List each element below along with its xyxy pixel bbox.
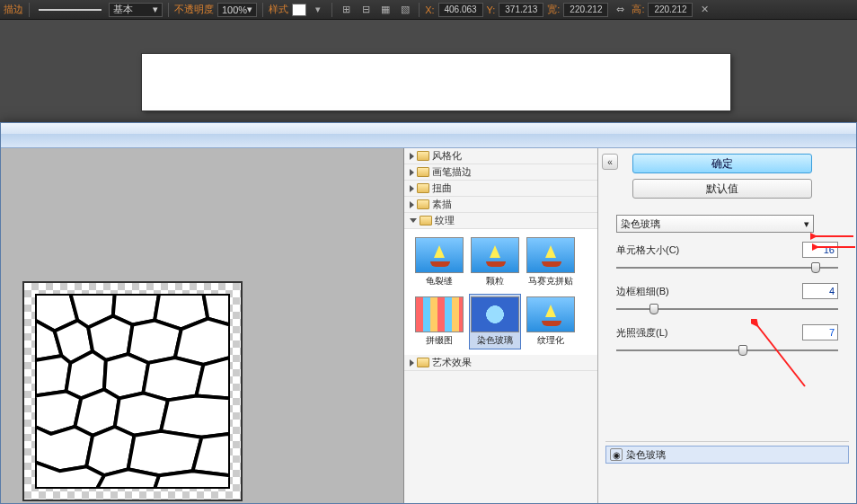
dialog-titlebar[interactable] <box>1 123 856 148</box>
thumb-patchwork[interactable]: 拼缀图 <box>413 294 465 349</box>
visibility-eye-icon[interactable]: ◉ <box>610 448 623 461</box>
options-bar: 描边 基本▾ 不透明度 100%▾ 样式 ▾ ⊞ ⊟ ▦ ▧ X: 406.06… <box>0 0 857 20</box>
border-label: 边框粗细(B) <box>616 285 697 298</box>
settings-pane: « 确定 默认值 染色玻璃 ▾ 单元格大小(C) 边框粗细(B) <box>598 148 856 503</box>
stroke-preset[interactable]: 基本▾ <box>109 3 163 17</box>
x-label: X: <box>425 4 434 15</box>
x-value[interactable]: 406.063 <box>438 3 483 17</box>
w-label: 宽: <box>547 3 560 16</box>
thumb-stained-glass[interactable]: 染色玻璃 <box>469 294 521 349</box>
cat-brush[interactable]: 画笔描边 <box>404 164 597 181</box>
param-border: 边框粗细(B) <box>616 283 838 299</box>
effect-layer-stack: ◉ 染色玻璃 <box>605 441 849 500</box>
collapse-categories-icon[interactable]: « <box>602 154 618 170</box>
artboard[interactable] <box>142 54 730 111</box>
h-value[interactable]: 220.212 <box>648 3 693 17</box>
param-cell-size: 单元格大小(C) <box>616 242 838 258</box>
thumb-grain[interactable]: 颗粒 <box>469 234 521 290</box>
stroke-preview[interactable] <box>39 9 102 11</box>
link-wh-icon[interactable]: ⇔ <box>612 2 628 18</box>
y-value[interactable]: 371.213 <box>499 3 543 17</box>
align-icon-1[interactable]: ⊞ <box>338 2 354 18</box>
align-icon-2[interactable]: ⊟ <box>358 2 374 18</box>
opacity-label: 不透明度 <box>174 3 214 16</box>
cell-size-slider[interactable] <box>616 261 838 274</box>
svg-line-2 <box>756 324 805 386</box>
preview-image[interactable] <box>22 281 243 501</box>
cat-sketch[interactable]: 素描 <box>404 197 597 213</box>
transform-icon[interactable]: ✕ <box>696 2 712 18</box>
border-slider[interactable] <box>616 303 838 315</box>
chevron-down-icon: ▾ <box>804 218 809 230</box>
texture-thumbs: 龟裂缝 颗粒 马赛克拼贴 拼缀图 染色玻璃 纹理化 <box>404 229 597 355</box>
stroke-label: 描边 <box>4 3 23 16</box>
h-label: 高: <box>632 3 644 16</box>
border-input[interactable] <box>802 283 838 299</box>
thumb-texturizer[interactable]: 纹理化 <box>525 294 577 349</box>
style-dropdown-icon[interactable]: ▾ <box>310 2 326 18</box>
thumb-mosaic[interactable]: 马赛克拼贴 <box>525 234 577 290</box>
cat-distort[interactable]: 扭曲 <box>404 181 597 197</box>
filter-gallery-dialog: 风格化 画笔描边 扭曲 素描 纹理 龟裂缝 颗粒 马赛克拼贴 拼缀图 染色玻璃 … <box>0 122 857 504</box>
cell-size-label: 单元格大小(C) <box>616 243 697 257</box>
w-value[interactable]: 220.212 <box>563 3 608 17</box>
filter-select-label: 染色玻璃 <box>621 217 660 231</box>
cat-texture[interactable]: 纹理 <box>404 213 597 229</box>
effect-layer-row[interactable]: ◉ 染色玻璃 <box>605 446 849 464</box>
cat-stylize[interactable]: 风格化 <box>404 148 597 164</box>
annotation-arrow-2 <box>812 242 857 258</box>
style-label: 样式 <box>269 3 288 16</box>
cat-artistic[interactable]: 艺术效果 <box>404 355 597 371</box>
align-icon-3[interactable]: ▦ <box>377 2 393 18</box>
y-label: Y: <box>487 4 496 15</box>
annotation-arrow-3 <box>751 319 814 391</box>
align-icon-4[interactable]: ▧ <box>397 2 413 18</box>
opacity-value[interactable]: 100%▾ <box>217 3 257 17</box>
light-label: 光照强度(L) <box>616 326 697 340</box>
style-swatch[interactable] <box>292 4 306 16</box>
filter-select[interactable]: 染色玻璃 ▾ <box>616 215 814 233</box>
effect-layer-label: 染色玻璃 <box>626 448 666 462</box>
category-pane: 风格化 画笔描边 扭曲 素描 纹理 龟裂缝 颗粒 马赛克拼贴 拼缀图 染色玻璃 … <box>404 148 598 503</box>
preview-pane <box>1 148 404 503</box>
ok-button[interactable]: 确定 <box>632 154 812 173</box>
default-button[interactable]: 默认值 <box>632 179 812 199</box>
thumb-craquelure[interactable]: 龟裂缝 <box>413 234 465 290</box>
stained-glass-preview <box>35 294 230 489</box>
